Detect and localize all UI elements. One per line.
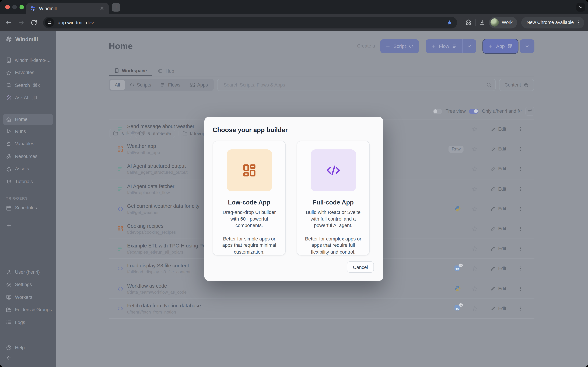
list-item[interactable]: Workflow as code f/data_team/workflow_as… [109,279,534,299]
kebab-menu-icon[interactable] [518,166,523,172]
sidebar-item-resources[interactable]: Resources [0,150,56,163]
close-tab-icon[interactable] [99,6,105,11]
search-box[interactable] [217,79,496,91]
segment-apps[interactable]: Apps [185,80,213,90]
tab-search-button[interactable] [576,3,585,12]
kebab-menu-icon[interactable] [518,126,523,132]
kebab-menu-icon[interactable] [518,206,523,211]
favorite-star-icon[interactable] [472,146,478,152]
sidebar-item-workers[interactable]: Workers [0,291,56,304]
content-search-button[interactable]: Content [499,79,534,91]
browser-menu-kebab-icon[interactable] [576,20,581,25]
bookmark-star-icon[interactable] [447,19,453,25]
card-body: Better for simple apps or apps that requ… [213,235,285,255]
sidebar-item-help[interactable]: Help [0,342,56,354]
brand[interactable]: Windmill [0,31,56,42]
chrome-update-button[interactable]: New Chrome available [521,17,584,28]
search-input[interactable] [223,82,486,88]
edit-button[interactable]: Edit [491,266,506,271]
sidebar-item-search[interactable]: Search ⌘k [0,79,56,92]
kebab-menu-icon[interactable] [518,226,523,231]
sidebar-item-label: Search [15,83,30,88]
kebab-menu-icon[interactable] [518,146,523,152]
edit-label: Edit [498,206,506,211]
edit-button[interactable]: Edit [491,146,506,152]
create-flow-button[interactable]: Flow [426,43,462,49]
favorite-star-icon[interactable] [472,306,478,311]
collapse-sidebar-icon[interactable] [6,355,12,360]
sidebar-item-favorites[interactable]: Favorites [0,67,56,79]
sidebar-item-runs[interactable]: Runs [0,125,56,138]
url-text[interactable]: app.windmill.dev [58,20,447,25]
close-window-button[interactable] [5,5,10,9]
only-filter-toggle[interactable] [469,109,479,114]
forward-icon[interactable] [18,19,24,25]
create-script-button[interactable]: Script [380,39,419,53]
edit-button[interactable]: Edit [491,286,506,291]
modal-title: Choose your app builder [213,126,288,134]
create-app-button[interactable]: App [483,39,518,53]
filter-options-button[interactable] [525,107,534,116]
favorite-star-icon[interactable] [472,126,478,132]
favorite-star-icon[interactable] [472,166,478,172]
favorite-star-icon[interactable] [472,186,478,192]
edit-button[interactable]: Edit [491,246,506,251]
kebab-menu-icon[interactable] [518,186,523,192]
create-flow-split-button[interactable]: Flow [426,39,476,53]
downloads-icon[interactable] [479,19,485,25]
sidebar-item-tutorials[interactable]: Tutorials [0,175,56,188]
windmill-logo-icon [6,36,12,42]
low-code-app-card[interactable]: Low-code App Drag-and-drop UI builder wi… [213,141,286,256]
cancel-button[interactable]: Cancel [347,261,374,273]
app-dropdown-chevron[interactable] [520,39,535,53]
favorite-star-icon[interactable] [472,226,478,232]
full-code-app-card[interactable]: Full-code App Build with React or Svelte… [297,141,370,256]
sidebar-item-windmill-demo-[interactable]: windmill-demo-... [0,54,56,67]
reload-icon[interactable] [31,19,37,25]
favorite-star-icon[interactable] [472,206,478,212]
sidebar-item-variables[interactable]: Variables [0,138,56,150]
sidebar-item-home[interactable]: Home [3,114,53,125]
back-icon[interactable] [5,19,12,25]
edit-button[interactable]: Edit [491,166,506,172]
favorite-star-icon[interactable] [472,285,478,292]
address-bar[interactable]: app.windmill.dev [43,17,457,28]
list-item[interactable]: Fetch data from Notion database u/henri/… [109,299,534,319]
segment-flows[interactable]: Flows [156,80,185,90]
kebab-menu-icon[interactable] [518,246,523,251]
sidebar-add-button[interactable] [0,219,56,232]
kebab-menu-icon[interactable] [518,286,523,291]
edit-button[interactable]: Edit [491,126,506,132]
content-button-label: Content [504,82,521,87]
browser-tab[interactable]: Windmill [26,3,109,14]
edit-button[interactable]: Edit [491,186,506,192]
minimize-window-button[interactable] [12,5,17,9]
extensions-puzzle-icon[interactable] [465,19,471,25]
sidebar-item-logs[interactable]: Logs [0,316,56,329]
zoom-window-button[interactable] [19,5,24,9]
sidebar-item-user-henri-[interactable]: User (henri) [0,266,56,278]
profile-chip[interactable]: Work [489,17,517,28]
sidebar-item-settings[interactable]: Settings [0,278,56,291]
sidebar-item-schedules[interactable]: Schedules [0,202,56,214]
segment-all[interactable]: All [110,80,125,90]
segment-scripts[interactable]: Scripts [125,80,156,90]
favorite-star-icon[interactable] [472,246,478,252]
tab-workspace[interactable]: Workspace [109,66,152,76]
sidebar-item-assets[interactable]: Assets [0,163,56,175]
kebab-menu-icon[interactable] [518,266,523,271]
new-tab-button[interactable]: + [112,3,121,12]
favorite-star-icon[interactable] [472,266,478,272]
home-icon [6,117,12,122]
site-settings-icon[interactable] [45,18,54,27]
edit-button[interactable]: Edit [491,306,506,311]
edit-button[interactable]: Edit [491,226,506,231]
edit-button[interactable]: Edit [491,206,506,211]
sidebar-item-folders-groups[interactable]: Folders & Groups [0,304,56,316]
sidebar-item-ask-ai[interactable]: Ask AI ⌘L [0,92,56,104]
kebab-menu-icon[interactable] [518,306,523,311]
flow-dropdown-chevron[interactable] [462,39,476,53]
play-icon [6,129,12,134]
tab-hub[interactable]: Hub [152,66,180,76]
tree-view-toggle[interactable] [433,109,442,114]
